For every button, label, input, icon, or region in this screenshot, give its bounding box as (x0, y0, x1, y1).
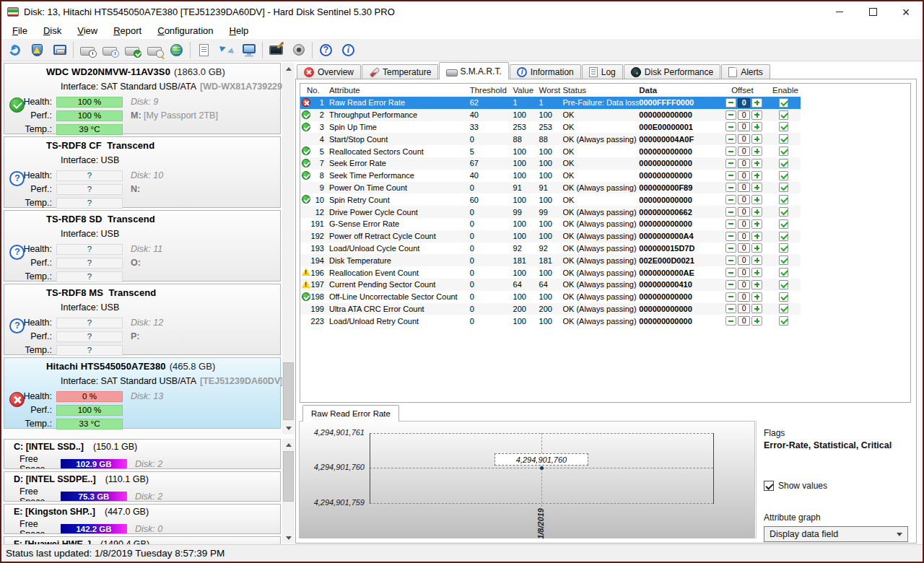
table-row[interactable]: 193Load/Unload Cycle Count09292OK (Alway… (300, 243, 910, 255)
offset-increase-button[interactable] (751, 207, 762, 217)
table-row[interactable]: 7Seek Error Rate67100100OK0000000000000 (300, 157, 910, 170)
table-row[interactable]: 223Load/Unload Retry Count0100100OK (Alw… (300, 315, 910, 327)
toolbar-drive-check-button[interactable] (121, 40, 143, 60)
offset-increase-button[interactable] (751, 256, 762, 265)
tab-alerts[interactable]: Alerts (721, 64, 770, 79)
enable-checkbox[interactable] (779, 304, 788, 313)
table-row[interactable]: 192Power off Retract Cycle Count0100100O… (300, 230, 910, 243)
offset-increase-button[interactable] (751, 304, 762, 313)
enable-checkbox[interactable] (779, 243, 788, 253)
offset-increase-button[interactable] (751, 316, 762, 326)
enable-checkbox[interactable] (779, 292, 788, 302)
offset-increase-button[interactable] (751, 280, 762, 289)
table-row[interactable]: 5Reallocated Sectors Count5100100OK00000… (300, 145, 910, 157)
toolbar-speaker-button[interactable] (287, 40, 310, 60)
enable-checkbox[interactable] (779, 147, 788, 156)
enable-checkbox[interactable] (779, 316, 788, 326)
offset-increase-button[interactable] (751, 195, 762, 204)
offset-decrease-button[interactable] (725, 243, 736, 253)
toolbar-drive-clock2-button[interactable] (98, 40, 121, 60)
toolbar-netpc-button[interactable] (237, 40, 260, 60)
offset-decrease-button[interactable] (725, 207, 736, 217)
enable-checkbox[interactable] (779, 159, 788, 168)
toolbar-monpen-button[interactable] (265, 40, 287, 60)
table-row[interactable]: 9Power On Time Count09191OK (Always pass… (300, 182, 910, 194)
column-header-no[interactable]: No. (300, 84, 326, 97)
table-row[interactable]: 4Start/Stop Count08888OK (Always passing… (300, 133, 910, 145)
offset-decrease-button[interactable] (725, 110, 736, 120)
enable-checkbox[interactable] (779, 122, 788, 131)
toolbar-globe-button[interactable] (165, 40, 188, 60)
enable-checkbox[interactable] (779, 219, 788, 229)
offset-increase-button[interactable] (751, 292, 762, 302)
disk-list-scrollbar[interactable] (282, 63, 295, 434)
offset-decrease-button[interactable] (725, 122, 736, 131)
enable-checkbox[interactable] (779, 134, 788, 144)
column-header-offset[interactable]: Offset (721, 86, 766, 95)
offset-decrease-button[interactable] (725, 195, 736, 204)
table-row[interactable]: 198Off-Line Uncorrectable Sector Count01… (300, 291, 910, 303)
table-row[interactable]: 199Ultra ATA CRC Error Count0200200OK (A… (300, 303, 910, 315)
tab-s-m-a-r-t-[interactable]: S.M.A.R.T. (439, 62, 508, 79)
table-row[interactable]: 197Current Pending Sector Count06464OK (… (300, 279, 910, 291)
table-row[interactable]: 196Reallocation Event Count0100100OK (Al… (300, 266, 910, 279)
scroll-down-button[interactable] (282, 422, 295, 434)
offset-decrease-button[interactable] (725, 134, 736, 144)
enable-checkbox[interactable] (779, 110, 788, 120)
toolbar-drive-clock-button[interactable] (76, 40, 98, 60)
table-row[interactable]: 10Spin Retry Count60100100OK000000000000… (300, 193, 910, 206)
offset-decrease-button[interactable] (725, 304, 736, 313)
enable-checkbox[interactable] (779, 207, 788, 217)
menu-item-report[interactable]: Report (105, 23, 149, 38)
partition-panel[interactable]: C: [INTEL SSD..](150.1 GB)Free Space102.… (4, 439, 281, 469)
toolbar-problems-button[interactable] (26, 40, 48, 60)
table-row[interactable]: 2Throughput Performance40100100OK0000000… (300, 109, 910, 121)
offset-increase-button[interactable] (751, 268, 762, 277)
column-header-worst[interactable]: Worst (537, 86, 563, 95)
offset-increase-button[interactable] (751, 232, 762, 241)
table-row[interactable]: 194Disk Temperature0181181OK (Always pas… (300, 254, 910, 266)
scroll-up-button[interactable] (282, 63, 295, 74)
offset-increase-button[interactable] (751, 98, 762, 108)
offset-increase-button[interactable] (751, 134, 762, 144)
enable-checkbox[interactable] (779, 195, 788, 204)
offset-increase-button[interactable] (751, 159, 762, 168)
disk-panel[interactable]: WDC WD20NMVW-11AV3S0(1863.0 GB)Interface… (4, 63, 281, 134)
offset-decrease-button[interactable] (725, 292, 736, 302)
scrollbar-thumb[interactable] (283, 451, 294, 502)
enable-checkbox[interactable] (779, 268, 788, 277)
offset-decrease-button[interactable] (725, 316, 736, 326)
toolbar-diskmon-button[interactable] (48, 40, 71, 60)
offset-decrease-button[interactable] (725, 183, 736, 192)
partition-panel[interactable]: D: [INTEL SSDPE..](110.1 GB)Free Space75… (4, 471, 281, 502)
enable-checkbox[interactable] (779, 256, 788, 265)
enable-checkbox[interactable] (779, 232, 788, 241)
tab-information[interactable]: Information (510, 64, 581, 79)
offset-decrease-button[interactable] (725, 219, 736, 229)
disk-panel[interactable]: TS-RDF8 CF TranscendInterface: USBHealth… (4, 136, 281, 208)
disk-panel[interactable]: TS-RDF8 SD TranscendInterface: USBHealth… (4, 210, 281, 282)
offset-increase-button[interactable] (751, 219, 762, 229)
tab-overview[interactable]: Overview (297, 64, 361, 79)
maximize-button[interactable] (856, 1, 889, 22)
offset-increase-button[interactable] (751, 243, 762, 253)
table-row[interactable]: 1Raw Read Error Rate6211Pre-Failure: Dat… (300, 97, 910, 109)
menu-item-help[interactable]: Help (222, 23, 257, 38)
scrollbar-thumb[interactable] (283, 362, 294, 420)
minimize-button[interactable] (823, 1, 856, 22)
offset-decrease-button[interactable] (725, 171, 736, 180)
menu-item-configuration[interactable]: Configuration (149, 23, 221, 38)
offset-increase-button[interactable] (751, 110, 762, 120)
partition-list-scrollbar[interactable] (282, 439, 295, 544)
toolbar-sync-button[interactable] (215, 40, 237, 60)
column-header-attribute[interactable]: Attribute (326, 86, 468, 95)
show-values-checkbox[interactable] (764, 481, 774, 491)
offset-decrease-button[interactable] (725, 159, 736, 168)
offset-increase-button[interactable] (751, 122, 762, 131)
partition-panel[interactable]: E: [Kingston SHP..](447.0 GB)Free Space1… (4, 504, 281, 534)
menu-item-file[interactable]: File (4, 23, 35, 38)
enable-checkbox[interactable] (779, 183, 788, 192)
toolbar-help-button[interactable] (315, 40, 337, 60)
table-row[interactable]: 8Seek Time Performance40100100OK00000000… (300, 170, 910, 182)
scroll-up-button[interactable] (282, 439, 295, 450)
